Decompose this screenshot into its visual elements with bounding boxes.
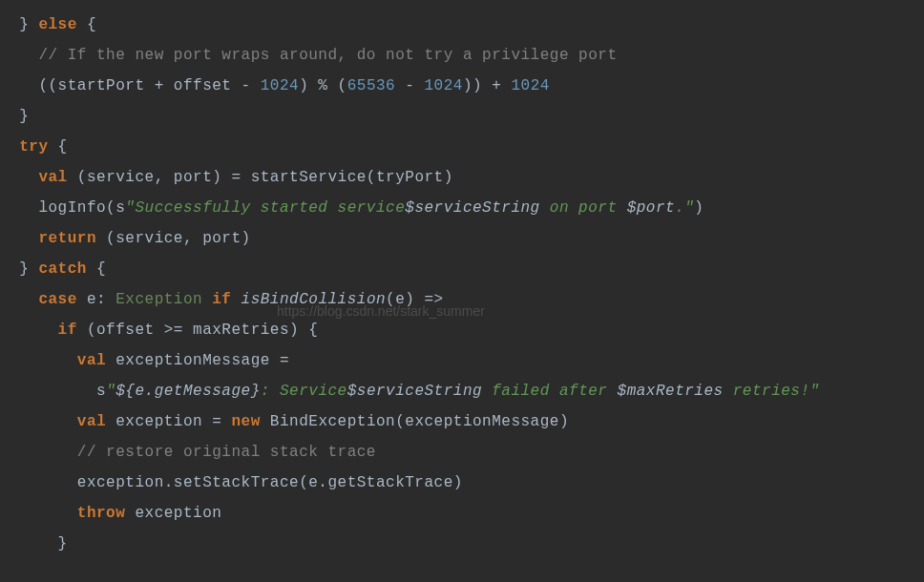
code-line: val exception = new BindException(except… [0,413,569,430]
code-line: } else { [0,16,96,33]
code-line: val (service, port) = startService(tryPo… [0,169,453,186]
code-line: // restore original stack trace [0,444,376,461]
code-line: throw exception [0,505,221,522]
code-editor[interactable]: } else { // If the new port wraps around… [0,10,924,559]
code-line: return (service, port) [0,230,251,247]
code-line: val exceptionMessage = [0,352,289,369]
code-line: s"${e.getMessage}: Service$serviceString… [0,383,820,400]
code-line: if (offset >= maxRetries) { [0,322,318,339]
code-line: } [0,535,68,552]
code-line: // If the new port wraps around, do not … [0,47,618,64]
code-line: } catch { [0,260,106,278]
code-line: ((startPort + offset - 1024) % (65536 - … [0,77,550,94]
code-line: } [0,108,29,125]
code-line: case e: Exception if isBindCollision(e) … [0,291,444,308]
code-line: try { [0,138,68,156]
code-line: exception.setStackTrace(e.getStackTrace) [0,474,463,491]
code-line: logInfo(s"Successfully started service$s… [0,199,704,217]
